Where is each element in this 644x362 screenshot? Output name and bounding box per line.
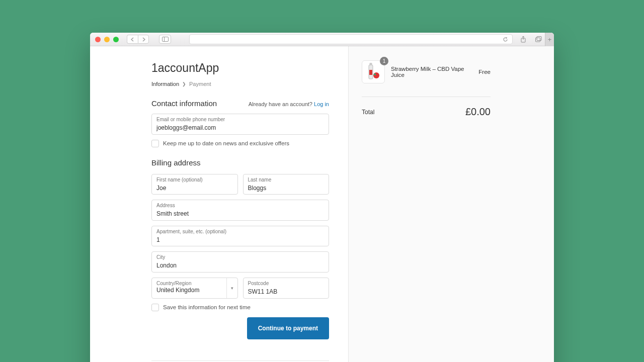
breadcrumb: Information ❯ Payment xyxy=(151,81,329,87)
order-summary-panel: 1 Strawberry Milk – CBD Vape Juice Free … xyxy=(349,46,554,362)
total-label: Total xyxy=(362,109,374,116)
postcode-input[interactable] xyxy=(248,288,325,296)
email-input[interactable] xyxy=(156,124,324,132)
total-amount: £0.00 xyxy=(465,106,491,118)
postcode-field-wrapper[interactable]: Postcode xyxy=(243,278,330,299)
window-controls xyxy=(95,37,119,42)
contact-section-title: Contact information xyxy=(151,99,217,108)
save-info-checkbox[interactable] xyxy=(151,304,159,311)
svg-point-10 xyxy=(374,73,376,75)
billing-section-title: Billing address xyxy=(151,158,329,167)
minimize-window-button[interactable] xyxy=(104,37,110,42)
checkout-form-panel: 1accountApp Information ❯ Payment Contac… xyxy=(90,46,349,362)
svg-rect-0 xyxy=(162,37,168,42)
forward-button[interactable] xyxy=(138,35,149,44)
tabs-icon[interactable] xyxy=(535,36,542,43)
chevron-down-icon: ▾ xyxy=(226,278,237,298)
email-field-wrapper[interactable]: Email or mobile phone number xyxy=(151,114,329,135)
last-name-input[interactable] xyxy=(248,185,325,193)
email-label: Email or mobile phone number xyxy=(156,117,324,123)
breadcrumb-next: Payment xyxy=(189,81,211,87)
svg-point-9 xyxy=(373,72,379,78)
city-input[interactable] xyxy=(156,262,324,270)
quantity-badge: 1 xyxy=(380,57,388,65)
login-link[interactable]: Log in xyxy=(314,101,329,107)
toolbar-icons xyxy=(520,36,542,43)
cart-line-item: 1 Strawberry Milk – CBD Vape Juice Free xyxy=(362,60,491,83)
save-info-label: Save this information for next time xyxy=(163,304,251,310)
titlebar: + xyxy=(90,33,554,46)
address-field-wrapper[interactable]: Address xyxy=(151,200,329,221)
apartment-input[interactable] xyxy=(156,236,324,244)
back-button[interactable] xyxy=(127,35,138,44)
shop-name: 1accountApp xyxy=(151,61,329,75)
new-tab-button[interactable]: + xyxy=(545,33,554,46)
reload-icon xyxy=(503,37,508,42)
share-icon[interactable] xyxy=(520,36,527,43)
svg-rect-5 xyxy=(537,37,541,41)
newsletter-label: Keep me up to date on news and exclusive… xyxy=(163,140,289,146)
chevron-right-icon: ❯ xyxy=(182,81,186,86)
order-total-row: Total £0.00 xyxy=(362,97,491,118)
first-name-input[interactable] xyxy=(156,185,233,193)
last-name-field-wrapper[interactable]: Last name xyxy=(243,174,330,195)
continue-to-payment-button[interactable]: Continue to payment xyxy=(247,317,329,339)
product-price: Free xyxy=(478,69,491,75)
sidebar-toggle-button[interactable] xyxy=(159,35,171,44)
svg-rect-4 xyxy=(535,38,540,42)
country-select[interactable]: Country/Region United Kingdom ▾ xyxy=(151,278,238,299)
checkout-content: 1accountApp Information ❯ Payment Contac… xyxy=(90,46,554,362)
apartment-field-wrapper[interactable]: Apartment, suite, etc. (optional) xyxy=(151,226,329,247)
nav-buttons xyxy=(127,35,149,44)
svg-rect-8 xyxy=(369,70,372,75)
svg-rect-7 xyxy=(370,63,372,65)
login-prompt: Already have an account? Log in xyxy=(249,101,329,107)
browser-window: + 1accountApp Information ❯ Payment Cont… xyxy=(90,33,554,362)
close-window-button[interactable] xyxy=(95,37,101,42)
breadcrumb-current: Information xyxy=(151,81,179,87)
address-input[interactable] xyxy=(156,210,324,218)
footer-text: All rights reserved 1accountApp xyxy=(151,360,329,362)
product-name: Strawberry Milk – CBD Vape Juice xyxy=(391,66,472,78)
address-bar[interactable] xyxy=(189,34,513,44)
city-field-wrapper[interactable]: City xyxy=(151,251,329,273)
first-name-field-wrapper[interactable]: First name (optional) xyxy=(151,174,238,195)
maximize-window-button[interactable] xyxy=(113,37,119,42)
newsletter-checkbox[interactable] xyxy=(151,140,159,147)
